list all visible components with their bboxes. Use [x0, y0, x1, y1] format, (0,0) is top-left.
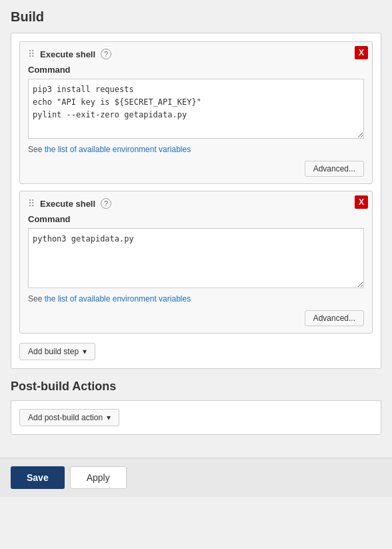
execute-shell-block-2: X ⠿ Execute shell ? Command python3 geta…: [19, 191, 373, 334]
advanced-button-2[interactable]: Advanced...: [305, 310, 364, 326]
help-icon-1[interactable]: ?: [101, 49, 111, 59]
footer-buttons: Save Apply: [0, 458, 392, 497]
advanced-row-1: Advanced...: [28, 161, 364, 177]
add-post-build-label: Add post-build action: [28, 413, 103, 422]
drag-handle-2: ⠿: [28, 198, 35, 209]
env-vars-anchor-2[interactable]: the list of available environment variab…: [45, 294, 191, 304]
block-header-1: ⠿ Execute shell ?: [28, 49, 364, 59]
post-build-box: Add post-build action ▾: [11, 400, 381, 435]
env-vars-link-2: See the list of available environment va…: [28, 294, 364, 304]
page-container: Build X ⠿ Execute shell ? Command pip3 i…: [0, 0, 392, 444]
env-vars-link-1: See the list of available environment va…: [28, 145, 364, 154]
add-build-step-button[interactable]: Add build step ▾: [19, 343, 95, 360]
post-build-title: Post-build Actions: [11, 380, 381, 394]
add-post-build-dropdown-icon: ▾: [107, 413, 111, 422]
env-vars-see-2: See: [28, 294, 45, 304]
close-button-2[interactable]: X: [355, 195, 368, 209]
apply-button[interactable]: Apply: [70, 466, 127, 489]
execute-shell-block-1: X ⠿ Execute shell ? Command pip3 install…: [19, 41, 373, 184]
env-vars-see-1: See: [28, 145, 45, 154]
env-vars-anchor-1[interactable]: the list of available environment variab…: [45, 145, 191, 154]
help-icon-2[interactable]: ?: [101, 198, 111, 209]
command-label-1: Command: [28, 65, 364, 75]
post-build-section: Post-build Actions Add post-build action…: [11, 380, 381, 435]
build-title: Build: [11, 9, 381, 25]
save-button[interactable]: Save: [11, 466, 65, 489]
add-build-step-dropdown-icon: ▾: [83, 347, 87, 356]
drag-handle-1: ⠿: [28, 49, 35, 59]
close-button-1[interactable]: X: [355, 46, 368, 59]
command-label-2: Command: [28, 214, 364, 224]
command-textarea-1[interactable]: pip3 install requests echo "API key is $…: [28, 79, 364, 139]
block-header-2: ⠿ Execute shell ?: [28, 198, 364, 209]
add-post-build-button[interactable]: Add post-build action ▾: [19, 409, 119, 426]
execute-shell-title-2: Execute shell: [40, 199, 95, 209]
add-build-step-label: Add build step: [28, 347, 79, 356]
execute-shell-title-1: Execute shell: [40, 49, 95, 59]
advanced-button-1[interactable]: Advanced...: [305, 161, 364, 177]
command-textarea-2[interactable]: python3 getapidata.py: [28, 228, 364, 288]
build-section: X ⠿ Execute shell ? Command pip3 install…: [11, 33, 381, 369]
advanced-row-2: Advanced...: [28, 310, 364, 326]
